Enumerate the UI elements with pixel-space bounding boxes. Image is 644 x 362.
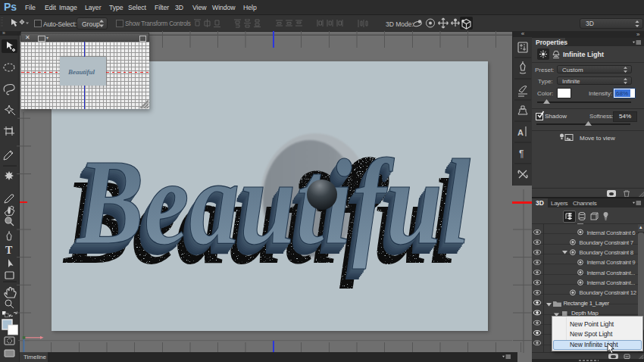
svg-text:Rectangle 1_Layer: Rectangle 1_Layer	[564, 300, 610, 307]
svg-text:Boundary Constraint 8: Boundary Constraint 8	[580, 249, 633, 256]
svg-text:Internal Constraint 6: Internal Constraint 6	[587, 229, 636, 236]
svg-text:T: T	[5, 245, 13, 256]
svg-text:Internal Constraint...: Internal Constraint...	[587, 270, 636, 276]
svg-text:Boundary Constraint 12: Boundary Constraint 12	[580, 289, 636, 296]
svg-text:Boundary Constraint 7: Boundary Constraint 7	[580, 239, 633, 246]
svg-text:Internal Constraint 9: Internal Constraint 9	[587, 259, 636, 266]
svg-text:Beautiful: Beautiful	[75, 135, 470, 270]
svg-text:A: A	[517, 128, 524, 137]
svg-text:¶: ¶	[519, 148, 524, 159]
svg-text:Internal Constraint...: Internal Constraint...	[587, 279, 636, 286]
